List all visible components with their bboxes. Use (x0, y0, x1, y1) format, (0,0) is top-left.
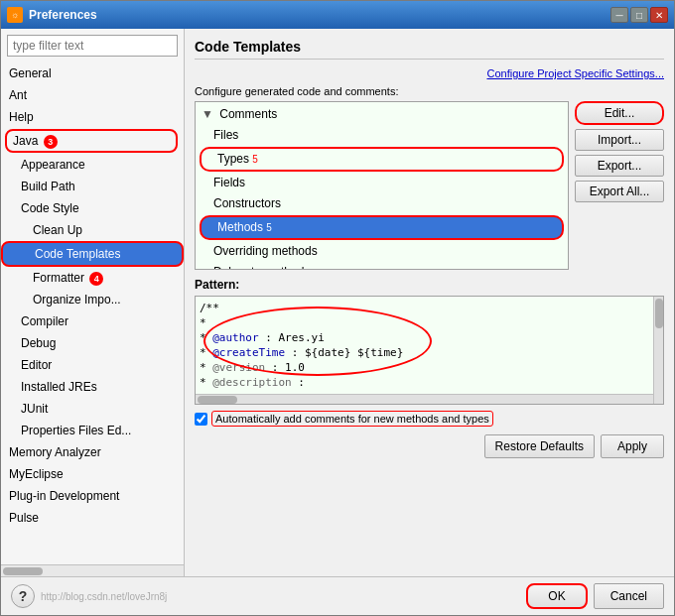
pattern-line-3: * @author : Ares.yi (200, 330, 649, 345)
auto-comments-checkbox[interactable] (195, 413, 207, 426)
configure-link-container: Configure Project Specific Settings... (195, 67, 664, 85)
pattern-editor[interactable]: /** * * @author : Ares.yi * @createTime … (195, 296, 664, 405)
pattern-hscrollbar[interactable] (196, 394, 653, 404)
help-button[interactable]: ? (11, 584, 35, 608)
pattern-content: /** * * @author : Ares.yi * @createTime … (196, 297, 663, 404)
template-area: ▼ Comments Files Types 5 Fields Construc… (195, 101, 664, 270)
configure-link[interactable]: Configure Project Specific Settings... (486, 67, 664, 79)
preferences-window: ☼ Preferences ─ □ ✕ General Ant Help Jav… (0, 0, 675, 616)
tmpl-methods[interactable]: Methods 5 (200, 215, 564, 240)
sidebar-item-compiler[interactable]: Compiler (1, 310, 184, 332)
import-button[interactable]: Import... (575, 129, 664, 151)
tmpl-types[interactable]: Types 5 (200, 147, 564, 172)
restore-defaults-button[interactable]: Restore Defaults (484, 434, 595, 458)
pattern-line-5: * @version : 1.0 (200, 360, 649, 375)
arrow-icon: ▼ (202, 107, 213, 121)
sidebar-item-myeclipse[interactable]: MyEclipse (1, 463, 184, 485)
sidebar-item-clean-up[interactable]: Clean Up (1, 219, 184, 241)
configure-label: Configure generated code and comments: (195, 85, 664, 97)
ok-button[interactable]: OK (526, 583, 587, 609)
title-controls: ─ □ ✕ (610, 7, 668, 23)
tmpl-overriding[interactable]: Overriding methods (198, 241, 566, 262)
maximize-button[interactable]: □ (630, 7, 648, 23)
restore-apply-row: Restore Defaults Apply (195, 434, 664, 458)
tree-container: General Ant Help Java 3 Appearance Build… (1, 62, 184, 564)
sidebar-item-code-style[interactable]: Code Style (1, 197, 184, 219)
formatter-badge: 4 (89, 272, 103, 286)
window-title: Preferences (29, 8, 97, 22)
watermark: http://blog.csdn.net/loveJrn8j (41, 591, 167, 602)
sidebar-item-ant[interactable]: Ant (1, 84, 184, 106)
tmpl-delegate[interactable]: Delegate methods (198, 262, 566, 270)
sidebar-item-appearance[interactable]: Appearance (1, 154, 184, 176)
main-content: General Ant Help Java 3 Appearance Build… (1, 29, 674, 576)
sidebar-item-properties[interactable]: Properties Files Ed... (1, 420, 184, 441)
footer-right: OK Cancel (526, 583, 664, 609)
sidebar-item-formatter[interactable]: Formatter 4 (1, 267, 184, 289)
footer: ? http://blog.csdn.net/loveJrn8j OK Canc… (1, 576, 674, 615)
tmpl-files[interactable]: Files (198, 125, 566, 146)
cancel-button[interactable]: Cancel (594, 583, 664, 609)
pattern-vscrollbar[interactable] (653, 297, 663, 404)
tmpl-constructors[interactable]: Constructors (198, 193, 566, 214)
sidebar-item-plugin[interactable]: Plug-in Development (1, 485, 184, 507)
pattern-section: Pattern: /** * (195, 278, 664, 411)
pattern-line-4: * @createTime : ${date} ${time} (200, 345, 649, 360)
auto-comments-label: Automatically add comments for new metho… (211, 411, 493, 427)
right-panel: Code Templates Configure Project Specifi… (185, 29, 674, 576)
sidebar-hscrollbar-thumb[interactable] (3, 567, 43, 575)
pattern-line-6: * @description : (200, 375, 649, 390)
sidebar-item-java[interactable]: Java 3 (5, 129, 178, 153)
tmpl-fields[interactable]: Fields (198, 173, 566, 193)
sidebar-scroll-container: General Ant Help Java 3 Appearance Build… (1, 62, 184, 564)
search-input[interactable] (7, 35, 178, 57)
sidebar-item-memory[interactable]: Memory Analyzer (1, 441, 184, 463)
sidebar-hscrollbar[interactable] (1, 564, 184, 576)
sidebar-item-editor[interactable]: Editor (1, 354, 184, 376)
apply-button[interactable]: Apply (601, 434, 664, 458)
sidebar-item-installed-jres[interactable]: Installed JREs (1, 376, 184, 398)
sidebar-item-general[interactable]: General (1, 62, 184, 84)
sidebar: General Ant Help Java 3 Appearance Build… (1, 29, 185, 576)
pattern-line-1: /** (200, 301, 649, 315)
pattern-line-2: * (200, 315, 649, 330)
tmpl-comments[interactable]: ▼ Comments (198, 104, 566, 125)
close-button[interactable]: ✕ (650, 7, 668, 23)
sidebar-item-organize[interactable]: Organize Impo... (1, 289, 184, 310)
template-tree: ▼ Comments Files Types 5 Fields Construc… (195, 101, 569, 270)
sidebar-item-junit[interactable]: JUnit (1, 398, 184, 420)
title-bar-left: ☼ Preferences (7, 7, 97, 23)
panel-title: Code Templates (195, 39, 664, 60)
pattern-label: Pattern: (195, 278, 664, 292)
pattern-wrap: /** * * @author : Ares.yi * @createTime … (195, 296, 664, 405)
footer-left: ? http://blog.csdn.net/loveJrn8j (11, 584, 167, 608)
export-button[interactable]: Export... (575, 155, 664, 177)
sidebar-item-build-path[interactable]: Build Path (1, 176, 184, 197)
sidebar-item-pulse[interactable]: Pulse (1, 507, 184, 529)
minimize-button[interactable]: ─ (610, 7, 628, 23)
sidebar-item-debug[interactable]: Debug (1, 332, 184, 354)
sidebar-item-code-templates[interactable]: Code Templates (1, 241, 184, 267)
types-badge: 5 (252, 154, 258, 165)
export-all-button[interactable]: Export All... (575, 181, 664, 202)
java-badge: 3 (44, 135, 58, 149)
template-buttons: Edit... Import... Export... Export All..… (575, 101, 664, 270)
pattern-vscrollbar-thumb[interactable] (655, 299, 663, 328)
sidebar-item-help[interactable]: Help (1, 106, 184, 128)
pattern-hscrollbar-thumb[interactable] (198, 396, 237, 404)
title-bar: ☼ Preferences ─ □ ✕ (1, 1, 674, 29)
window-icon: ☼ (7, 7, 23, 23)
checkbox-area: Automatically add comments for new metho… (195, 411, 664, 427)
methods-badge: 5 (266, 222, 272, 233)
edit-button[interactable]: Edit... (575, 101, 664, 125)
